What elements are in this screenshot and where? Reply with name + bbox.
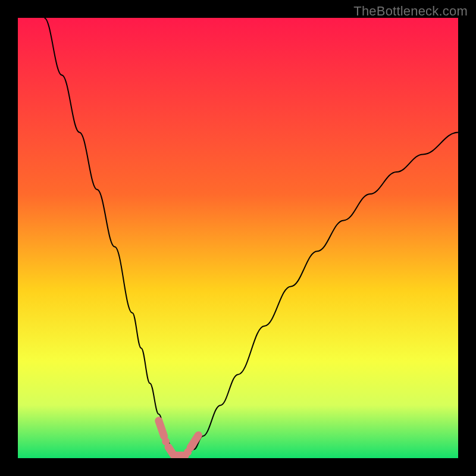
svg-line-0: [159, 421, 164, 436]
chart-frame: TheBottleneck.com: [0, 0, 476, 476]
gradient-background: [18, 18, 458, 458]
plot-svg: [18, 18, 458, 458]
watermark-text: TheBottleneck.com: [353, 4, 468, 19]
plot-area: [18, 18, 458, 458]
